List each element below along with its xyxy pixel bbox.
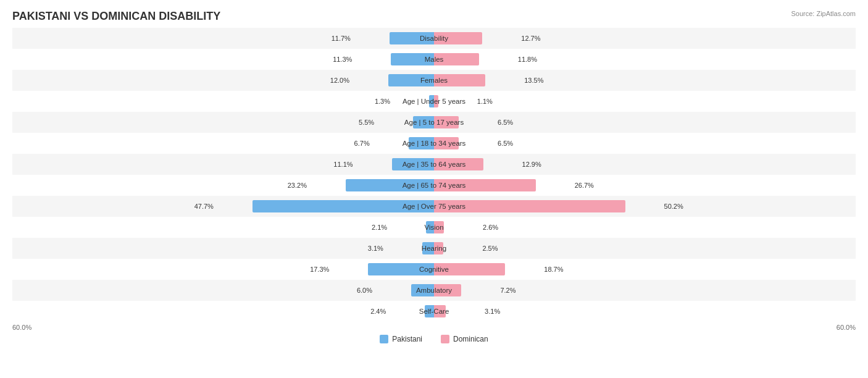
table-row: 11.7% Disability 12.7% [12,28,856,49]
left-value: 47.7% [194,203,214,210]
left-bar-area: 6.0% [374,284,434,296]
bars-area: 11.7% Disability 12.7% 11.3% Males 11.8% [12,28,856,322]
right-bar-area: 2.6% [434,221,481,233]
left-value: 6.0% [357,287,372,294]
right-bar [434,116,459,128]
left-bar [368,263,434,275]
right-value: 12.7% [521,35,540,42]
right-value: 12.9% [522,161,541,168]
table-row: 17.3% Cognitive 18.7% [12,259,856,280]
left-bar [252,200,434,212]
left-bar [391,53,434,65]
left-value: 11.7% [332,35,351,42]
table-row: 1.3% Age | Under 5 years 1.1% [12,91,856,112]
left-value: 2.1% [372,224,387,231]
right-bar [434,179,536,191]
left-bar-area: 2.4% [388,305,434,317]
right-value: 26.7% [575,182,594,189]
source-label: Source: ZipAtlas.com [791,10,856,17]
left-value: 17.3% [310,266,329,273]
left-value: 1.3% [375,98,390,105]
legend: Pakistani Dominican [12,335,856,343]
table-row: 6.7% Age | 18 to 34 years 6.5% [12,133,856,154]
right-bar [434,158,483,170]
table-row: 11.3% Males 11.8% [12,49,856,70]
left-bar [425,305,434,317]
right-value: 11.8% [518,56,537,63]
bar-wrapper: 47.7% Age | Over 75 years 50.2% [12,196,856,217]
pakistani-label: Pakistani [392,335,422,343]
legend-pakistani: Pakistani [380,335,422,343]
table-row: 5.5% Age | 5 to 17 years 6.5% [12,112,856,133]
left-bar-area: 3.1% [385,242,434,254]
table-row: 47.7% Age | Over 75 years 50.2% [12,196,856,217]
left-value: 2.4% [370,308,386,315]
bar-wrapper: 6.0% Ambulatory 7.2% [12,280,856,301]
table-row: 11.1% Age | 35 to 64 years 12.9% [12,154,856,175]
table-row: 23.2% Age | 65 to 74 years 26.7% [12,175,856,196]
left-value: 6.7% [354,140,370,147]
left-value: 11.3% [333,56,352,63]
left-value: 3.1% [368,245,383,252]
left-bar [426,221,434,233]
left-bar-area: 17.3% [331,263,434,275]
chart-container: PAKISTANI VS DOMINICAN DISABILITY Source… [0,0,868,378]
left-bar-area: 47.7% [215,200,434,212]
bar-wrapper: 1.3% Age | Under 5 years 1.1% [12,91,856,112]
dominican-color-box [441,335,449,343]
left-bar [413,116,434,128]
right-bar [434,32,482,44]
dominican-label: Dominican [453,335,488,343]
right-bar [434,137,459,149]
right-value: 6.5% [498,119,513,126]
right-bar [434,53,479,65]
right-bar-area: 50.2% [434,200,662,212]
right-bar-area: 6.5% [434,116,496,128]
table-row: 3.1% Hearing 2.5% [12,238,856,259]
bar-wrapper: 2.4% Self-Care 3.1% [12,301,856,322]
bar-wrapper: 23.2% Age | 65 to 74 years 26.7% [12,175,856,196]
right-bar-area: 1.1% [434,95,475,107]
left-bar-area: 5.5% [376,116,434,128]
right-bar [434,221,444,233]
bar-wrapper: 5.5% Age | 5 to 17 years 6.5% [12,112,856,133]
right-bar [434,95,438,107]
right-bar [434,200,625,212]
axis-left: 60.0% [12,324,31,331]
left-value: 11.1% [333,161,353,168]
left-bar-area: 23.2% [309,179,434,191]
left-value: 12.0% [330,77,349,84]
right-bar-area: 26.7% [434,179,573,191]
bar-wrapper: 2.1% Vision 2.6% [12,217,856,238]
left-value: 23.2% [288,182,307,189]
bar-wrapper: 11.7% Disability 12.7% [12,28,856,49]
right-value: 6.5% [498,140,513,147]
table-row: 2.4% Self-Care 3.1% [12,301,856,322]
left-bar [409,137,434,149]
right-bar [434,305,446,317]
right-bar-area: 12.7% [434,32,519,44]
right-bar-area: 2.5% [434,242,480,254]
right-bar-area: 6.5% [434,137,496,149]
axis-labels: 60.0% 60.0% [12,324,856,331]
table-row: 6.0% Ambulatory 7.2% [12,280,856,301]
right-bar-area: 11.8% [434,53,516,65]
right-bar-area: 18.7% [434,263,542,275]
left-bar [392,158,434,170]
bar-wrapper: 11.1% Age | 35 to 64 years 12.9% [12,154,856,175]
left-bar [346,179,434,191]
left-bar [429,95,434,107]
right-value: 2.6% [483,224,498,231]
left-value: 5.5% [359,119,374,126]
right-bar-area: 13.5% [434,74,522,86]
left-bar-area: 11.3% [354,53,434,65]
axis-right: 60.0% [837,324,856,331]
left-bar [390,32,434,44]
right-bar [434,74,485,86]
bar-wrapper: 11.3% Males 11.8% [12,49,856,70]
left-bar [388,74,434,86]
right-value: 2.5% [482,245,498,252]
left-bar [411,284,434,296]
bar-wrapper: 6.7% Age | 18 to 34 years 6.5% [12,133,856,154]
left-bar-area: 2.1% [389,221,434,233]
